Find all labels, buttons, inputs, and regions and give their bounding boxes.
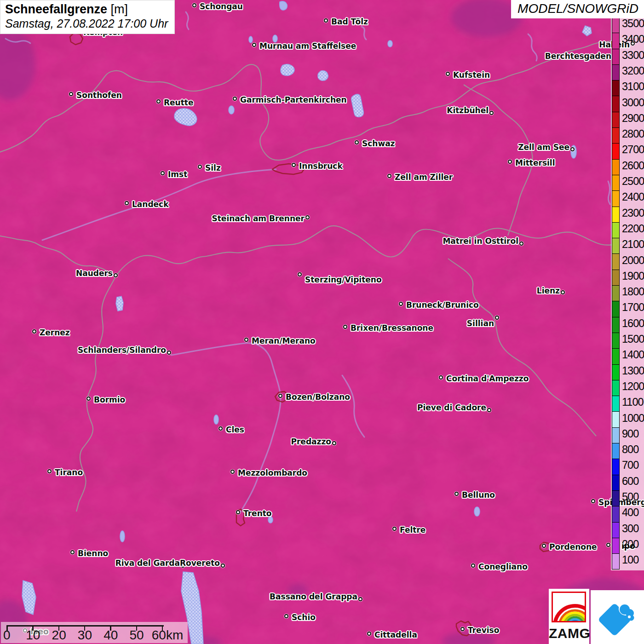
city-dot [125,201,129,205]
city-marker-layer: SchongauBad TölzKemptenMurnau am Staffel… [0,0,644,644]
city-label: Sterzing/Vipiteno [305,275,382,284]
colorbar-segment [612,538,619,553]
colorbar-segment [612,159,619,175]
city-label: Bienno [78,549,108,558]
colorbar-segment [612,380,619,396]
colorbar-tick-label: 1300 [622,364,644,377]
scalebar-label: 60km [152,628,183,643]
colorbar-tick-label: 2000 [622,254,644,266]
colorbar-segment [612,553,619,569]
colorbar-tick-label: 1000 [622,412,644,424]
colorbar-segment [612,143,619,159]
city-dot [489,111,494,115]
city-label: Zell am See [518,143,569,152]
city-dot [305,215,310,219]
city-label: Rovereto [180,558,220,568]
zamg-rainbow-icon [552,592,586,622]
city-dot [387,174,391,178]
city-label: Zernez [40,328,70,337]
colorbar-tick-label: 1200 [622,380,644,392]
title-box: Schneefallgrenze [m] Samstag, 27.08.2022… [0,0,175,34]
city-dot [460,627,465,631]
colorbar-tick-label: 2500 [622,175,644,188]
city-label: Feltre [400,525,426,535]
city-dot [367,632,371,636]
city-label: Cittadella [374,630,417,639]
snowgrid-logo [591,590,644,644]
city-dot [284,614,288,618]
colorbar-segment [612,127,619,143]
city-label: Conegliano [478,562,528,571]
city-label: Murnau am Staffelsee [259,41,356,51]
city-dot [161,171,165,175]
city-dot [471,564,475,568]
city-label: Cles [226,425,244,434]
city-label: Trento [243,509,272,518]
colorbar-tick-label: 1100 [622,396,644,408]
city-dot [221,564,225,568]
city-label: Bormio [94,395,125,404]
title-datetime: Samstag, 27.08.2022 17:00 Uhr [5,17,168,30]
model-label: MODEL/SNOWGRiD [511,0,644,18]
city-label: Landeck [132,200,169,209]
colorbar-segment [612,443,619,459]
city-label: Belluno [462,490,495,500]
colorbar-tick-label: 1600 [622,317,644,329]
colorbar-tick-label: 2700 [622,144,644,156]
colorbar-segment [612,506,619,522]
city-dot [495,316,499,320]
city-dot [278,394,282,398]
scalebar-label: 30 [78,628,92,643]
city-dot [244,338,248,342]
city-dot [192,3,196,7]
colorbar-tick-label: 700 [622,459,638,472]
colorbar-segment [612,490,619,506]
city-dot [47,469,52,473]
scalebar-label: 10 [26,628,40,643]
city-label: Matrei in Osttirol [443,236,518,246]
city-label: Bassano del Grappa [270,592,357,601]
city-dot [570,147,575,151]
city-dot [233,97,237,101]
colorbar-tick-label: 400 [622,506,638,519]
city-dot [454,492,459,496]
colorbar-tick-label: 1700 [622,301,644,314]
city-dot [198,165,202,169]
colorbar-tick-label: 3400 [622,33,644,46]
city-dot [392,527,397,531]
colorbar-tick-label: 300 [622,522,638,535]
colorbar-segment [612,64,619,80]
city-label: Riva del Garda [115,558,180,568]
colorbar-segment [612,175,619,190]
colorbar-segment [612,427,619,443]
city-dot [236,510,240,514]
colorbar-segment [612,411,619,427]
city-dot [86,397,91,401]
city-label: Mezzolombardo [238,468,307,477]
city-dot [32,329,36,334]
city-dot [446,72,450,76]
colorbar-segment [612,522,619,538]
city-dot [298,272,302,276]
scalebar-label: 0 [3,628,11,643]
colorbar-tick-label: 2800 [622,128,644,140]
city-dot [230,470,235,474]
colorbar-segment [612,364,619,380]
colorbar-tick-label: 200 [622,538,638,550]
city-dot [487,408,491,412]
colorbar-tick-label: 2200 [622,222,644,235]
city-label: Schwaz [362,139,395,148]
colorbar-tick-label: 3200 [622,64,644,77]
colorbar-tick-label: 3100 [622,80,644,93]
city-label: Steinach am Brenner [212,214,305,223]
city-label: Bruneck/Brunico [406,300,479,310]
city-dot [324,18,328,23]
colorbar-tick-label: 2900 [622,112,644,124]
colorbar-segment [612,238,619,253]
colorbar-tick-label: 500 [622,491,638,503]
city-dot [542,544,546,548]
city-label: Schlanders/Silandro [78,345,166,355]
colorbar-segment [612,222,619,238]
city-dot [343,325,347,329]
city-label: Sillian [467,319,494,328]
